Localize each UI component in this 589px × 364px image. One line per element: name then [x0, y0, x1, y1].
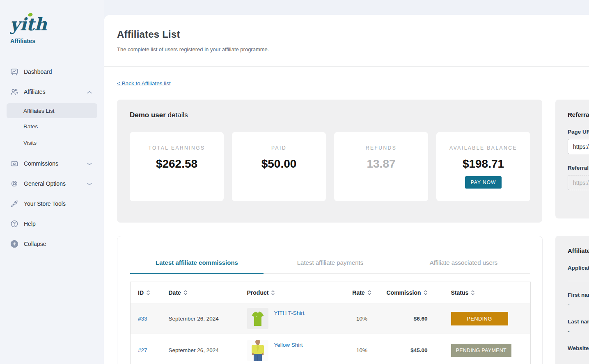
page-title: Affiliates List — [117, 29, 180, 40]
product-link[interactable]: Yellow Shirt — [274, 342, 303, 348]
commission-amount: $6.60 — [378, 303, 434, 334]
sidebar-item-affiliates-list[interactable]: Affiliates List — [7, 103, 97, 118]
referral-url-label: Referral URL — [568, 165, 589, 171]
sort-icon — [183, 290, 188, 296]
affiliate-info-panel: Affiliate info Application First name - … — [555, 236, 589, 364]
yellow-shirt-thumbnail — [247, 340, 268, 361]
sidebar-item-dashboard[interactable]: Dashboard — [0, 61, 104, 82]
sidebar-item-affiliates[interactable]: Affiliates — [0, 82, 104, 102]
sidebar-item-help[interactable]: Help — [0, 214, 104, 234]
stat-value: $50.00 — [232, 157, 326, 171]
back-to-affiliates-link[interactable]: < Back to Affiliates list — [117, 80, 171, 86]
commission-amount: $45.00 — [378, 334, 434, 364]
logo-text: yith — [10, 14, 47, 34]
sidebar-subitem-label: Visits — [23, 140, 37, 146]
tabs-row: Latest affiliate commissions Latest affi… — [130, 244, 530, 274]
panel-divider — [568, 281, 589, 281]
brand-label: Affiliates — [10, 38, 35, 44]
sort-icon — [271, 290, 275, 296]
sidebar-item-general-options[interactable]: General Options — [0, 173, 104, 193]
table-header-row: ID Date Product — [131, 282, 531, 303]
stat-label: TOTAL EARNINGS — [130, 145, 224, 151]
page-subtitle: The complete list of users registered in… — [117, 46, 269, 52]
stat-value: $198.71 — [436, 157, 530, 171]
affiliate-user-name: Demo user — [130, 111, 166, 119]
stat-value: 13.87 — [334, 157, 428, 171]
sidebar-item-commissions[interactable]: Commissions — [0, 153, 104, 173]
tab-latest-affiliate-commissions[interactable]: Latest affiliate commissions — [130, 244, 264, 274]
stat-label: AVAILABLE BALANCE — [436, 145, 530, 151]
column-header-status[interactable]: Status — [434, 282, 531, 303]
first-name-label: First name — [568, 292, 589, 298]
stat-total-earnings: TOTAL EARNINGS $262.58 — [130, 132, 224, 201]
column-header-commission[interactable]: Commission — [378, 282, 434, 303]
status-badge: PENDING — [451, 312, 508, 325]
sidebar-item-collapse[interactable]: Collapse — [0, 234, 104, 254]
chevron-down-icon — [87, 160, 92, 167]
stat-available-balance: AVAILABLE BALANCE $198.71 PAY NOW — [436, 132, 530, 201]
sidebar-item-rates[interactable]: Rates — [0, 118, 104, 134]
stat-label: REFUNDS — [334, 145, 428, 151]
sidebar-item-label: Help — [24, 221, 36, 227]
sidebar-subitem-label: Rates — [23, 123, 38, 130]
sidebar-item-visits[interactable]: Visits — [0, 134, 104, 151]
green-tshirt-thumbnail — [247, 308, 268, 329]
commissions-table: ID Date Product — [130, 282, 531, 364]
sort-icon — [146, 290, 150, 296]
referral-panel-title: Referral URLs — [568, 111, 589, 118]
commission-id-link[interactable]: #33 — [138, 316, 147, 322]
stat-label: PAID — [232, 145, 326, 151]
affiliate-info-title: Affiliate info — [568, 247, 589, 254]
money-icon — [10, 159, 19, 168]
sidebar-item-label: Collapse — [24, 241, 46, 247]
referral-url-input[interactable] — [568, 175, 589, 190]
details-title: Demo user details — [130, 111, 188, 119]
sidebar-item-label: Dashboard — [24, 68, 52, 75]
stats-row: TOTAL EARNINGS $262.58 PAID $50.00 REFUN… — [130, 132, 530, 201]
stat-value: $262.58 — [130, 157, 224, 171]
affiliate-details-card: Demo user details TOTAL EARNINGS $262.58… — [117, 100, 542, 223]
stat-paid: PAID $50.00 — [232, 132, 326, 201]
application-label: Application — [568, 265, 589, 271]
sidebar-item-label: Commissions — [24, 160, 58, 167]
page-url-label: Page URL — [568, 129, 589, 135]
table-row: #27 September 26, 2024 — [131, 334, 531, 364]
sidebar-item-label: Affiliates — [24, 89, 46, 95]
last-name-value: - — [568, 328, 589, 334]
commission-rate: 10% — [346, 303, 378, 334]
sidebar-subitem-label: Affiliates List — [23, 108, 55, 114]
commission-date: September 26, 2024 — [169, 303, 247, 334]
rocket-icon — [10, 199, 19, 208]
tab-latest-affiliate-payments[interactable]: Latest affiliate payments — [264, 244, 397, 274]
first-name-value: - — [568, 301, 589, 308]
referral-urls-panel: Referral URLs Page URL Referral URL — [555, 100, 589, 218]
affiliate-tabs-card: Latest affiliate commissions Latest affi… — [117, 236, 543, 364]
column-header-product[interactable]: Product — [247, 282, 346, 303]
sort-icon — [471, 290, 475, 296]
help-question-icon — [10, 219, 19, 228]
sidebar-item-your-store-tools[interactable]: Your Store Tools — [0, 193, 104, 214]
chevron-down-icon — [87, 180, 92, 187]
last-name-label: Last name — [568, 318, 589, 325]
header-divider — [104, 66, 589, 67]
column-header-rate[interactable]: Rate — [346, 282, 378, 303]
table-row: #33 September 26, 2024 YITH T-S — [131, 303, 531, 334]
main-content-panel: Affiliates List The complete list of use… — [104, 15, 589, 364]
column-header-id[interactable]: ID — [131, 282, 169, 303]
stat-refunds: REFUNDS 13.87 — [334, 132, 428, 201]
sidebar-item-label: General Options — [24, 180, 66, 187]
status-badge: PENDING PAYMENT — [451, 344, 512, 357]
collapse-arrow-icon — [10, 239, 19, 248]
dashboard-icon — [10, 67, 19, 76]
commission-id-link[interactable]: #27 — [138, 347, 147, 353]
sidebar: yith Affiliates Dashboard — [0, 0, 104, 364]
page-url-input[interactable] — [568, 139, 589, 154]
commission-date: September 26, 2024 — [169, 334, 247, 364]
pay-now-button[interactable]: PAY NOW — [465, 176, 502, 189]
sidebar-nav: Dashboard Affiliates Affiliates List Rat… — [0, 61, 104, 254]
tab-affiliate-associated-users[interactable]: Affiliate associated users — [397, 244, 530, 274]
sidebar-item-label: Your Store Tools — [24, 200, 66, 207]
commission-rate: 10% — [346, 334, 378, 364]
column-header-date[interactable]: Date — [169, 282, 247, 303]
product-link[interactable]: YITH T-Shirt — [274, 310, 305, 316]
